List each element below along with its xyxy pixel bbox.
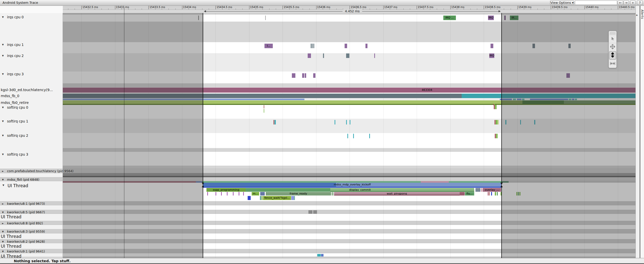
irqs-cpu-0-collapse-icon[interactable]: ▼ bbox=[2, 16, 4, 18]
trace-slice[interactable] bbox=[491, 44, 493, 48]
process-header-kworker-u8-5-label[interactable]: kworker/u8:5 (pid 9667) bbox=[7, 210, 45, 214]
softirq-cpu-2-collapse-icon[interactable]: ▼ bbox=[2, 134, 4, 137]
trace-slice[interactable] bbox=[264, 105, 264, 108]
trace-slice[interactable] bbox=[203, 187, 502, 188]
trace-slice[interactable] bbox=[207, 192, 208, 195]
trace-slice[interactable] bbox=[489, 192, 490, 195]
trace-slice[interactable]: IRQ ... bbox=[443, 16, 456, 20]
trace-slice[interactable] bbox=[365, 44, 367, 48]
row-ui-thread-u8-3-label[interactable]: UI Thread bbox=[1, 234, 21, 239]
process-header-kworker-u9-1-label[interactable]: kworker/u9:1 (pid 9641) bbox=[7, 249, 45, 253]
softirq-cpu-1-collapse-icon[interactable]: ▼ bbox=[2, 120, 4, 122]
irqs-cpu-0-label[interactable]: irqs cpu 0 bbox=[7, 15, 24, 19]
vertical-scrollbar[interactable] bbox=[635, 6, 640, 258]
selection-tool-button[interactable] bbox=[609, 35, 616, 43]
process-header-kworker-u8-3-label[interactable]: kworker/u8:3 (pid 9559) bbox=[7, 230, 45, 233]
ui-thread-mdss-fb0-label[interactable]: UI Thread bbox=[8, 183, 28, 188]
trace-slice[interactable]: m... bbox=[252, 192, 259, 195]
back-button[interactable]: ← bbox=[618, 1, 623, 5]
trace-slice[interactable] bbox=[346, 120, 347, 124]
trace-slice[interactable] bbox=[216, 192, 216, 195]
trace-slice[interactable] bbox=[261, 196, 262, 200]
process-header-kworker-u8-8-label[interactable]: kworker/u8:8 (pid 892) bbox=[7, 221, 43, 225]
trace-slice[interactable] bbox=[347, 134, 348, 138]
trace-slice[interactable] bbox=[260, 196, 261, 200]
trace-slice[interactable]: IRQ bbox=[489, 53, 494, 58]
trace-slice[interactable] bbox=[497, 192, 498, 195]
forward-button[interactable]: → bbox=[623, 1, 629, 5]
process-header-kworker-u8-1-label[interactable]: kworker/u8:1 (pid 9673) bbox=[7, 202, 45, 206]
trace-slice[interactable] bbox=[496, 120, 498, 124]
view-options-button[interactable]: View Options ▾ bbox=[550, 1, 574, 5]
row-ui-thread-u8-5-label[interactable]: UI Thread bbox=[1, 214, 21, 219]
trace-slice[interactable] bbox=[313, 44, 314, 48]
process-header-touchlatency-collapse-icon[interactable]: ► bbox=[2, 170, 4, 172]
trace-slice[interactable] bbox=[265, 16, 266, 20]
trace-slice[interactable] bbox=[345, 44, 347, 48]
trace-slice[interactable] bbox=[302, 73, 304, 78]
trace-slice[interactable] bbox=[321, 254, 324, 256]
more-button[interactable]: » bbox=[630, 1, 635, 5]
trace-slice[interactable] bbox=[353, 134, 354, 138]
trace-slice[interactable] bbox=[460, 192, 465, 195]
trace-slice[interactable]: frame_ready bbox=[266, 192, 331, 195]
process-header-kworker-u8-5-collapse-icon[interactable]: ▼ bbox=[2, 211, 4, 214]
trace-slice[interactable] bbox=[308, 210, 312, 214]
trace-slice[interactable] bbox=[239, 192, 239, 195]
alerts-tab-label[interactable]: Alerts bbox=[640, 10, 644, 19]
vertical-zoom-tool-button[interactable] bbox=[609, 51, 616, 59]
process-header-kworker-u8-3-collapse-icon[interactable]: ▼ bbox=[2, 230, 4, 233]
trace-slice[interactable] bbox=[260, 192, 265, 195]
irqs-cpu-1-collapse-icon[interactable]: ▼ bbox=[2, 43, 4, 46]
process-header-mdss-fb0-label[interactable]: mdss_fb0 (pid 6848) bbox=[7, 178, 39, 181]
process-header-mdss-fb0-collapse-icon[interactable]: ▼ bbox=[2, 178, 4, 181]
trace-slice[interactable]: sspp_programming bbox=[206, 188, 246, 192]
trace-slice[interactable] bbox=[350, 120, 350, 124]
softirq-cpu-3-collapse-icon[interactable]: ▼ bbox=[2, 153, 4, 156]
help-button[interactable]: ? bbox=[637, 1, 643, 5]
irqs-cpu-3-collapse-icon[interactable]: ▼ bbox=[2, 73, 4, 75]
trace-slice[interactable] bbox=[374, 53, 375, 58]
trace-slice[interactable] bbox=[312, 44, 313, 48]
trace-slice[interactable]: mdss_mdp_overlay_kickoff bbox=[203, 183, 502, 187]
trace-slice[interactable] bbox=[369, 134, 370, 138]
trace-slice[interactable]: IRQ bbox=[488, 16, 494, 20]
trace-slice[interactable] bbox=[233, 192, 234, 195]
trace-slice[interactable] bbox=[317, 254, 321, 256]
trace-slice[interactable] bbox=[308, 53, 311, 58]
selection-end-line[interactable] bbox=[501, 9, 502, 258]
trace-slice[interactable] bbox=[227, 192, 228, 195]
search-input[interactable] bbox=[575, 1, 617, 5]
trace-slice[interactable] bbox=[495, 105, 497, 109]
trace-slice[interactable] bbox=[330, 191, 474, 192]
trace-slice[interactable]: I... bbox=[264, 44, 273, 48]
process-header-kworker-u8-8-collapse-icon[interactable]: ► bbox=[2, 222, 4, 225]
trace-slice[interactable] bbox=[275, 120, 276, 124]
trace-slice[interactable] bbox=[332, 192, 334, 195]
trace-slice[interactable] bbox=[274, 120, 274, 124]
process-header-kworker-u8-1-collapse-icon[interactable]: ► bbox=[2, 203, 4, 205]
measure-row[interactable]: 4.452 ms bbox=[63, 10, 635, 13]
trace-slice[interactable] bbox=[494, 105, 495, 109]
ui-thread-mdss-fb0-collapse-icon[interactable]: ▼ bbox=[3, 184, 4, 186]
trace-slice[interactable] bbox=[221, 192, 222, 195]
trace-slice[interactable] bbox=[495, 120, 496, 124]
palette-grip-icon[interactable] bbox=[610, 32, 615, 35]
trace-slice[interactable] bbox=[481, 188, 482, 192]
irqs-cpu-2-collapse-icon[interactable]: ▼ bbox=[2, 54, 4, 57]
process-header-kworker-u8-2-collapse-icon[interactable]: ▼ bbox=[2, 240, 4, 243]
trace-slice[interactable]: flu... bbox=[465, 192, 474, 195]
irqs-cpu-1-label[interactable]: irqs cpu 1 bbox=[7, 43, 24, 47]
trace-slice[interactable] bbox=[334, 195, 460, 195]
trace-slice[interactable] bbox=[313, 210, 317, 214]
trace-slice[interactable] bbox=[488, 192, 489, 195]
kgsl-3d0-track-label[interactable]: kgsl-3d0_ed.touchlatency(9... bbox=[1, 88, 53, 92]
timing-tool-button[interactable] bbox=[609, 60, 616, 68]
trace-slice[interactable]: fence_wait("kgsl... bbox=[263, 196, 291, 200]
mdss-fb-0-track-label[interactable]: mdss_fb_0 bbox=[1, 94, 19, 98]
trace-slice[interactable] bbox=[293, 196, 294, 200]
trace-slice[interactable] bbox=[323, 53, 324, 58]
trace-slice[interactable] bbox=[313, 73, 315, 78]
trace-slice[interactable] bbox=[491, 192, 492, 195]
trace-slice[interactable] bbox=[292, 73, 295, 78]
